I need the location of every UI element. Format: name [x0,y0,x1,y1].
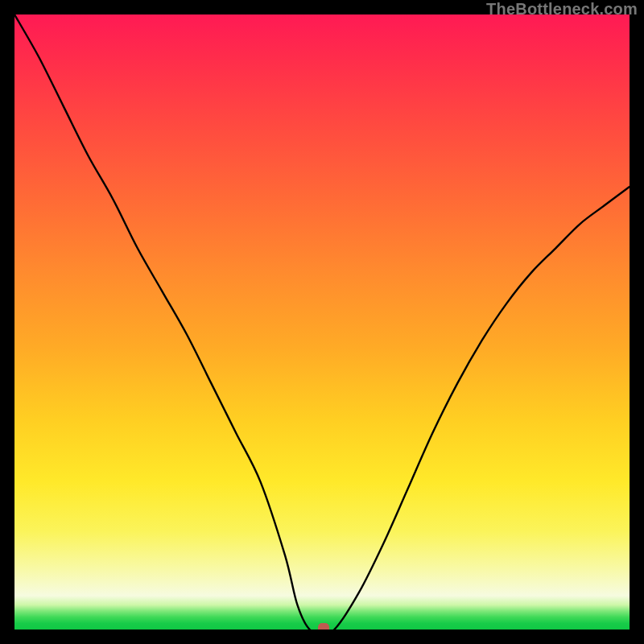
plot-area [14,14,630,630]
watermark-text: TheBottleneck.com [486,0,638,19]
chart-stage: TheBottleneck.com [0,0,644,644]
minimum-marker [318,623,329,630]
bottleneck-curve [14,14,630,630]
